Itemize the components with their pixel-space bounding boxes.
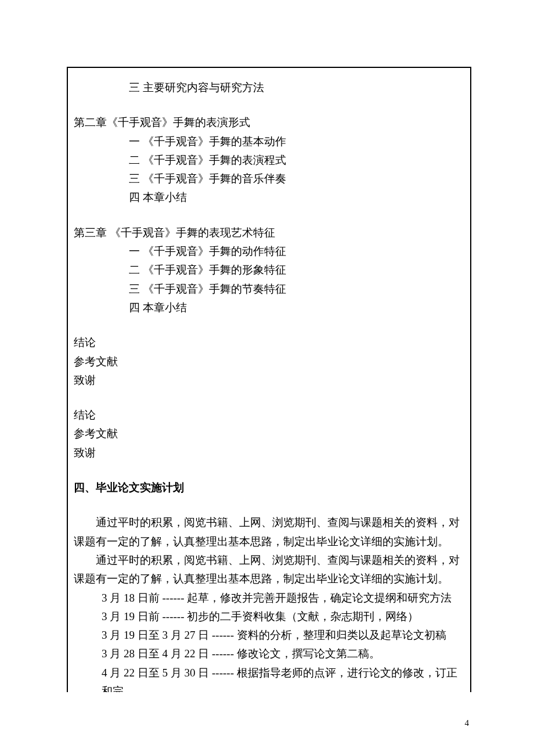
end-section-repeat: 结论 参考文献 致谢 — [74, 406, 464, 462]
text-line: 致谢 — [74, 444, 464, 462]
schedule-line: 4 月 22 日至 5 月 30 日 ------ 根据指导老师的点评，进行论文… — [74, 664, 464, 692]
outline-item: 一 《千手观音》手舞的基本动作 — [74, 132, 464, 151]
paragraph-2: 通过平时的积累，阅览书籍、上网、浏览期刊、查阅与课题相关的资料，对课题有一定的了… — [74, 551, 464, 589]
outline-item: 三 《千手观音》手舞的节奏特征 — [74, 280, 464, 298]
section-4-heading: 四、毕业论文实施计划 — [74, 478, 464, 497]
text-line: 结论 — [74, 333, 464, 352]
outline-item: 一 《千手观音》手舞的动作特征 — [74, 242, 464, 261]
paragraph-1: 通过平时的积累，阅览书籍、上网、浏览期刊、查阅与课题相关的资料，对课题有一定的了… — [74, 513, 464, 551]
schedule-line: 3 月 19 日至 3 月 27 日 ------ 资料的分析，整理和归类以及起… — [74, 626, 464, 645]
schedule-line: 3 月 19 日前 ------ 初步的二手资料收集（文献，杂志期刊，网络） — [74, 607, 464, 626]
paragraph-block: 通过平时的积累，阅览书籍、上网、浏览期刊、查阅与课题相关的资料，对课题有一定的了… — [74, 513, 464, 692]
outline-item: 二 《千手观音》手舞的形象特征 — [74, 261, 464, 279]
end-section: 结论 参考文献 致谢 — [74, 333, 464, 390]
document-page: 三 主要研究内容与研究方法 第二章《千手观音》手舞的表演形式 一 《千手观音》手… — [0, 0, 534, 756]
outline-item: 三 《千手观音》手舞的音乐伴奏 — [74, 170, 464, 188]
text-line: 参考文献 — [74, 424, 464, 443]
chapter-3-title: 第三章 《千手观音》手舞的表现艺术特征 — [74, 224, 464, 242]
text-line: 参考文献 — [74, 352, 464, 371]
text-line: 致谢 — [74, 371, 464, 390]
outline-item: 四 本章小结 — [74, 298, 464, 317]
content-frame: 三 主要研究内容与研究方法 第二章《千手观音》手舞的表演形式 一 《千手观音》手… — [67, 67, 471, 692]
schedule-line: 3 月 28 日至 4 月 22 日 ------ 修改论文，撰写论文第二稿。 — [74, 645, 464, 663]
text-line: 结论 — [74, 406, 464, 424]
chapter-2-title: 第二章《千手观音》手舞的表演形式 — [74, 113, 464, 132]
outline-item: 三 主要研究内容与研究方法 — [74, 78, 464, 97]
outline-item: 二 《千手观音》手舞的表演程式 — [74, 151, 464, 170]
page-number: 4 — [465, 718, 470, 728]
outline-item: 四 本章小结 — [74, 188, 464, 207]
schedule-line: 3 月 18 日前 ------ 起草，修改并完善开题报告，确定论文提纲和研究方… — [74, 589, 464, 607]
